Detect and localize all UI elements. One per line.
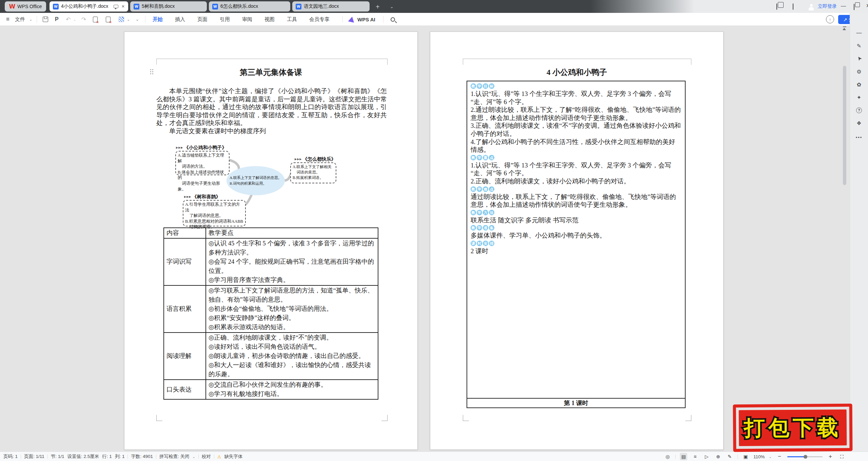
file-menu[interactable]: 文件 bbox=[15, 13, 25, 26]
tab-member[interactable]: 会员专享 bbox=[308, 13, 331, 26]
section-objectives: 教学目标 1.认识“玩、得”等 13 个生字和王字旁、双人旁、足字旁 3 个偏旁… bbox=[471, 83, 682, 154]
badge-teaching-objectives: 教学目标 bbox=[471, 83, 682, 89]
file-menu-chevron-icon[interactable]: ⌄ bbox=[29, 13, 32, 26]
tab-reference[interactable]: 引用 bbox=[218, 13, 231, 26]
zoom-level[interactable]: 110% bbox=[753, 454, 765, 459]
row-points: ◎认识 45 个生字和 5 个偏旁，读准 3 个多音字，运用学过的多种方法识字。… bbox=[206, 238, 378, 285]
document-page-2[interactable]: 4 小公鸡和小鸭子 教学目标 1.认识“玩、得”等 13 个生字和王字旁、双人旁… bbox=[430, 32, 724, 450]
minimize-button[interactable]: — bbox=[841, 3, 846, 8]
redo-icon[interactable]: ↷ bbox=[81, 13, 86, 26]
cloud-upload-icon[interactable]: ↑ bbox=[826, 13, 834, 26]
table-row: 语言积累 ◎学习联系上下文了解词语意思的方法，知道“孤单、快乐、独自、有劲”等词… bbox=[164, 285, 378, 333]
cursor-pointer-icon[interactable]: ➤ bbox=[853, 53, 865, 64]
export-pdf-icon[interactable]: P bbox=[55, 13, 59, 26]
outline-view-icon[interactable]: ≡ bbox=[691, 453, 699, 460]
scroll-up-arrow-icon[interactable] bbox=[843, 28, 846, 30]
undo-chevron-icon[interactable]: ⌄ bbox=[73, 13, 76, 26]
delete-page-icon[interactable] bbox=[93, 13, 98, 26]
tab-review[interactable]: 审阅 bbox=[241, 13, 254, 26]
stamp-text: 打包下载 bbox=[744, 413, 842, 442]
document-page-1[interactable]: 第三单元集体备课 本单元围绕“伙伴”这个主题，编排了《小公鸡和小鸭子》《树和喜鹊… bbox=[124, 32, 418, 450]
statusbar-info: 页码: 1 页面: 1/11 节: 1/1 设置值: 2.5厘米 行: 1 列:… bbox=[3, 452, 243, 461]
fullscreen-icon[interactable]: ⛶ bbox=[838, 453, 846, 460]
document-tab-4[interactable]: W 语文园地三.docx bbox=[292, 1, 370, 12]
row-label: 口头表达 bbox=[164, 380, 206, 399]
zoom-chevron-icon[interactable]: ⌄ bbox=[769, 455, 772, 459]
wps-logo-icon: W bbox=[9, 3, 16, 10]
zoom-slider-knob[interactable] bbox=[804, 455, 807, 459]
login-link[interactable]: 立即登录 bbox=[818, 3, 837, 9]
restore-button[interactable] bbox=[854, 4, 854, 10]
missing-font-warning[interactable]: 缺失字体 bbox=[224, 454, 243, 460]
undo-icon[interactable]: ↶ bbox=[66, 13, 71, 26]
template-shirt-icon[interactable]: ❖ bbox=[855, 119, 863, 127]
header-points: 教学要点 bbox=[206, 228, 378, 238]
web-layout-view-icon[interactable]: ⊕ bbox=[714, 453, 722, 460]
titlebar: W WPS Office W 4小公鸡和小鸭子.docx ✕ W 5树和喜鹊.d… bbox=[0, 0, 868, 13]
spellcheck-chevron-icon[interactable]: ⌄ bbox=[192, 455, 195, 459]
spellcheck-status[interactable]: 拼写检查: 关闭 bbox=[159, 454, 190, 460]
highlight-chevron-icon[interactable]: ⌄ bbox=[127, 13, 130, 26]
highlight-color-icon[interactable] bbox=[119, 13, 124, 26]
section-key-points: 教学重点 1.认识“玩、得”等 13 个生字和王字旁、双人旁、足字旁 3 个偏旁… bbox=[471, 155, 682, 185]
word-doc-icon: W bbox=[134, 4, 139, 9]
more-options-icon[interactable]: ••• bbox=[855, 133, 863, 141]
scrollbar-thumb[interactable] bbox=[843, 66, 846, 185]
help-icon[interactable]: ? bbox=[855, 106, 863, 114]
table-row: 字词识写 ◎认识 45 个生字和 5 个偏旁，读准 3 个多音字，运用学过的多种… bbox=[164, 238, 378, 285]
document-tab-1[interactable]: W 4小公鸡和小鸭子.docx ✕ bbox=[50, 1, 128, 12]
lesson-plan-box: 教学目标 1.认识“玩、得”等 13 个生字和王字旁、双人旁、足字旁 3 个偏旁… bbox=[467, 81, 686, 408]
margin-corner-mark bbox=[381, 415, 388, 421]
theme-skin-icon[interactable]: ✿ bbox=[855, 80, 863, 88]
tab-home[interactable]: 开始 bbox=[151, 13, 164, 26]
print-layout-view-icon[interactable]: ▤ bbox=[680, 453, 687, 460]
badge-teaching-methods: 教学方法 bbox=[471, 210, 682, 216]
app-center-icon[interactable] bbox=[793, 4, 793, 9]
scroll-to-top-icon[interactable] bbox=[843, 26, 846, 27]
wps-ai-button[interactable]: WPS AI bbox=[357, 13, 375, 26]
margin-setting: 设置值: 2.5厘米 bbox=[67, 454, 99, 460]
magic-wand-icon[interactable]: ✦ bbox=[855, 93, 863, 101]
more-tools-chevron-icon[interactable]: ⌄ bbox=[136, 13, 139, 26]
section-methods: 教学方法 联系生活 随文识字 多元朗读 书写示范 bbox=[471, 210, 682, 224]
save-icon[interactable] bbox=[43, 13, 48, 26]
diagram-node1-box: A.适当铺垫联系上下文理解 词语的方法。 B.体会加上描述动作情状的 词语使句子… bbox=[175, 151, 230, 175]
hamburger-menu-icon[interactable]: ≡ bbox=[6, 13, 9, 26]
wps-ai-logo-icon[interactable] bbox=[349, 13, 355, 26]
zoom-slider[interactable] bbox=[787, 456, 823, 457]
close-button[interactable]: ✕ bbox=[866, 3, 868, 9]
signature-pen-icon[interactable]: ✎ bbox=[855, 42, 863, 50]
zoom-in-button[interactable]: + bbox=[827, 453, 834, 460]
close-tab-icon[interactable]: ✕ bbox=[121, 4, 125, 9]
document-tab-2[interactable]: W 5树和喜鹊.docx bbox=[130, 1, 207, 12]
slideshow-view-icon[interactable]: ▷ bbox=[703, 453, 710, 460]
document-tab-3[interactable]: W 6怎么都快乐.docx bbox=[209, 1, 290, 12]
intro-text: 本单元围绕“伙伴”这个主题，编排了《小公鸡和小鸭子》《树和喜鹊》《怎么都快乐》3… bbox=[156, 87, 387, 127]
wps-home-button[interactable]: W WPS Office bbox=[5, 1, 46, 12]
collapse-sidebar-icon[interactable]: — bbox=[855, 29, 863, 37]
word-count[interactable]: 字数: 4901 bbox=[131, 454, 153, 460]
fit-page-icon[interactable]: ▣ bbox=[742, 453, 749, 460]
diagram-center-text: A.联系上下文了解词语的意思。 B.词句的积累和运用。 bbox=[230, 175, 282, 186]
eye-protect-icon[interactable]: ◎ bbox=[664, 453, 671, 460]
tab-tools[interactable]: 工具 bbox=[285, 13, 298, 26]
screen-view-icon[interactable] bbox=[114, 5, 118, 8]
tab-insert[interactable]: 插入 bbox=[174, 13, 186, 26]
multi-window-icon[interactable] bbox=[776, 4, 777, 9]
word-doc-icon: W bbox=[212, 4, 218, 9]
settings-sliders-icon[interactable]: ⚙ bbox=[855, 67, 863, 76]
edit-mode-icon[interactable]: ✎ bbox=[726, 453, 733, 460]
tab-page[interactable]: 页面 bbox=[196, 13, 209, 26]
badge-teaching-difficulties: 教学难点 bbox=[471, 186, 682, 192]
row-label: 阅读理解 bbox=[164, 333, 206, 380]
table-row: 口头表达 ◎交流自己和小伙伴之间发生的有趣的事。 ◎学习有礼貌地接打电话。 bbox=[164, 380, 378, 399]
tab-view[interactable]: 视图 bbox=[263, 13, 276, 26]
proofread-button[interactable]: 校对 bbox=[202, 454, 211, 460]
table-row: 阅读理解 ◎正确、流利地朗读课文，读好“不”的变调。 ◎读好对话，读出不同角色说… bbox=[164, 333, 378, 380]
document-canvas[interactable]: 第三单元集体备课 本单元围绕“伙伴”这个主题，编排了《小公鸡和小鸭子》《树和喜鹊… bbox=[0, 26, 850, 452]
tab-list-chevron-icon[interactable]: ⌄ bbox=[390, 4, 394, 9]
search-icon[interactable] bbox=[391, 13, 395, 26]
delete-blank-icon[interactable] bbox=[106, 13, 111, 26]
new-tab-button[interactable]: + bbox=[376, 3, 380, 11]
zoom-out-button[interactable]: − bbox=[776, 453, 783, 460]
